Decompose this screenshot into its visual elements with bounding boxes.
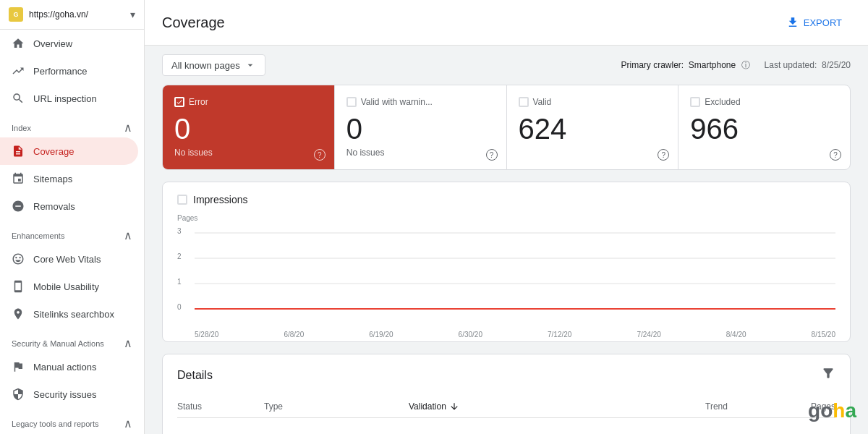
excluded-card[interactable]: Excluded 966 ? <box>678 85 850 169</box>
security-section-header: Security & Manual Actions ∧ <box>0 328 144 353</box>
col-status-header: Status <box>177 401 264 412</box>
valid-checkbox[interactable] <box>519 97 529 107</box>
export-button[interactable]: EXPORT <box>778 10 851 35</box>
filter-icon[interactable] <box>821 366 835 384</box>
sidebar-header: G https://goha.vn/ ▾ <box>0 0 144 30</box>
last-updated: Last updated: 8/25/20 <box>765 60 851 70</box>
sidebar-item-performance[interactable]: Performance <box>0 57 138 85</box>
details-header: Details <box>177 366 835 384</box>
col-trend-header: Trend <box>705 401 778 412</box>
error-value: 0 <box>174 113 323 145</box>
legacy-label: Legacy tools and reports <box>12 420 98 428</box>
chart-title: Impressions <box>193 194 247 205</box>
excluded-checkbox[interactable] <box>690 97 700 107</box>
chart-area: Pages 3 2 1 0 5/28/20 6/8/20 6/19/ <box>177 214 835 330</box>
valid-warning-sub: No issues <box>346 148 495 158</box>
sidebar-item-coverage[interactable]: Coverage <box>0 137 138 165</box>
mobile-usability-label: Mobile Usability <box>33 281 99 292</box>
valid-help-icon[interactable]: ? <box>658 149 669 161</box>
filter-dropdown[interactable]: All known pages <box>162 54 265 76</box>
sidebar-item-sitelinks-searchbox[interactable]: Sitelinks searchbox <box>0 300 138 328</box>
removals-label: Removals <box>33 201 75 212</box>
valid-header: Valid <box>519 97 667 107</box>
top-bar: Coverage EXPORT <box>145 0 868 46</box>
sidebar-item-removals[interactable]: Removals <box>0 192 138 220</box>
x-label-6: 8/4/20 <box>726 331 746 339</box>
impressions-checkbox[interactable] <box>177 195 187 205</box>
url-inspection-label: URL inspection <box>33 93 97 104</box>
status-cards: Error 0 No issues ? Valid with warnin...… <box>162 85 851 170</box>
enhancements-chevron[interactable]: ∧ <box>124 229 132 242</box>
security-label: Security & Manual Actions <box>12 339 104 348</box>
crawler-value: Smartphone <box>689 60 736 70</box>
logo-h: h <box>833 399 845 422</box>
overview-label: Overview <box>33 38 72 49</box>
sidebar-item-security-issues[interactable]: Security issues <box>0 380 138 408</box>
page-title: Coverage <box>162 14 225 31</box>
error-card[interactable]: Error 0 No issues ? <box>163 85 335 169</box>
index-label: Index <box>12 124 31 132</box>
sidebar-item-core-web-vitals[interactable]: Core Web Vitals <box>0 245 138 273</box>
sidebar-item-url-inspection[interactable]: URL inspection <box>0 85 138 112</box>
trending-up-icon <box>12 64 25 77</box>
sidebar-item-overview[interactable]: Overview <box>0 30 138 57</box>
index-chevron[interactable]: ∧ <box>124 121 132 135</box>
valid-value: 624 <box>519 113 667 145</box>
error-help-icon[interactable]: ? <box>314 149 326 161</box>
sitelinks-searchbox-label: Sitelinks searchbox <box>33 309 114 320</box>
chart-svg <box>195 226 835 327</box>
x-label-5: 7/24/20 <box>637 331 660 339</box>
valid-warning-value: 0 <box>346 113 495 145</box>
details-section: Details Status Type Validation Trend Pag… <box>162 354 851 434</box>
valid-warning-checkbox[interactable] <box>346 97 357 107</box>
legacy-section-header: Legacy tools and reports ∧ <box>0 408 144 433</box>
error-card-header: Error <box>174 97 323 107</box>
sidebar-item-sitemaps[interactable]: Sitemaps <box>0 165 138 192</box>
main-content: Coverage EXPORT All known pages Primary … <box>145 0 868 434</box>
mobile-icon <box>12 280 25 293</box>
home-icon <box>12 37 25 50</box>
valid-warning-help-icon[interactable]: ? <box>486 149 498 161</box>
x-label-7: 8/15/20 <box>812 331 835 339</box>
sitemaps-label: Sitemaps <box>33 174 72 184</box>
filter-label: All known pages <box>171 60 240 71</box>
crawler-info: Primary crawler: Smartphone ⓘ <box>621 59 749 72</box>
goha-logo: goha <box>808 399 856 422</box>
details-title: Details <box>177 369 213 382</box>
x-label-4: 7/12/20 <box>548 331 571 339</box>
sitelinks-icon <box>12 307 25 320</box>
error-checkbox[interactable] <box>174 97 184 107</box>
sidebar-item-manual-actions[interactable]: Manual actions <box>0 353 138 380</box>
table-body <box>177 418 835 433</box>
core-web-vitals-label: Core Web Vitals <box>33 254 101 265</box>
security-chevron[interactable]: ∧ <box>124 336 132 350</box>
x-label-2: 6/19/20 <box>369 331 393 339</box>
logo-go: go <box>808 399 833 422</box>
site-dropdown-icon[interactable]: ▾ <box>130 9 135 20</box>
valid-warning-label: Valid with warnin... <box>361 97 433 107</box>
excluded-label: Excluded <box>705 97 740 107</box>
error-label: Error <box>189 97 208 107</box>
excluded-header: Excluded <box>690 97 838 107</box>
legacy-chevron[interactable]: ∧ <box>124 417 132 430</box>
table-header: Status Type Validation Trend Pages <box>177 396 835 418</box>
y-axis-label: Pages <box>177 214 197 222</box>
valid-card[interactable]: Valid 624 ? <box>507 85 679 169</box>
valid-warning-header: Valid with warnin... <box>346 97 495 107</box>
shield-icon <box>12 388 25 401</box>
sidebar-item-mobile-usability[interactable]: Mobile Usability <box>0 273 138 300</box>
gauge-icon <box>12 252 25 265</box>
excluded-help-icon[interactable]: ? <box>830 149 841 161</box>
x-axis-labels: 5/28/20 6/8/20 6/19/20 6/30/20 7/12/20 7… <box>195 331 835 339</box>
x-label-3: 6/30/20 <box>459 331 482 339</box>
content-area: All known pages Primary crawler: Smartph… <box>145 46 868 434</box>
sidebar: G https://goha.vn/ ▾ Overview Performanc… <box>0 0 145 434</box>
x-label-1: 6/8/20 <box>284 331 304 339</box>
valid-warning-card[interactable]: Valid with warnin... 0 No issues ? <box>335 85 507 169</box>
site-favicon: G <box>9 7 23 22</box>
filter-bar: All known pages Primary crawler: Smartph… <box>145 46 868 85</box>
col-type-header: Type <box>264 401 409 412</box>
col-validation-header[interactable]: Validation <box>409 401 705 412</box>
manual-actions-label: Manual actions <box>33 362 96 373</box>
security-issues-label: Security issues <box>33 389 96 400</box>
